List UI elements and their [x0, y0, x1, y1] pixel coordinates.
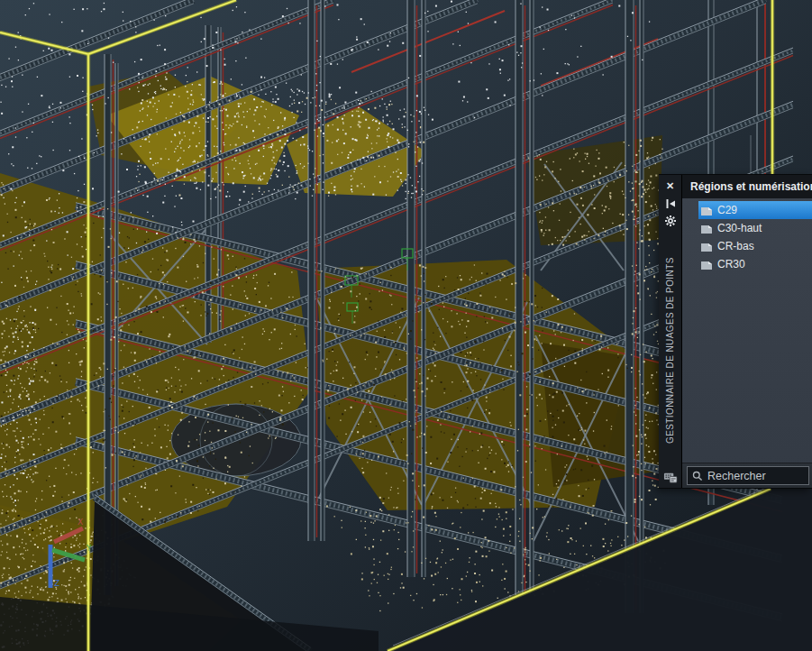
region-item-cr30[interactable]: CR30	[698, 255, 812, 273]
ucs-y-label: Y	[86, 544, 92, 553]
search-placeholder: Rechercher	[707, 470, 766, 482]
search-input[interactable]: Rechercher	[687, 466, 809, 485]
region-list: C29 C30-haut CR-bas	[682, 198, 812, 463]
scan-region-icon	[700, 241, 713, 252]
region-item-label: CR-bas	[717, 240, 754, 252]
scan-region-icon	[700, 205, 713, 216]
panel-header: Régions et numérisations	[682, 175, 812, 198]
ucs-x-label: X	[78, 518, 83, 527]
point-cloud-manager-panel: ✕ GESTIONNAIRE DE NUAGES DE POINTS	[659, 174, 812, 489]
region-item-label: C30-haut	[717, 222, 762, 234]
ucs-z-label: Z	[54, 579, 59, 588]
panel-titlebar: ✕ GESTIONNAIRE DE NUAGES DE POINTS	[659, 175, 682, 488]
scan-region-icon	[700, 259, 713, 270]
panel-body: Régions et numérisations C29	[682, 175, 812, 488]
region-item-cr-bas[interactable]: CR-bas	[698, 237, 812, 255]
panel-title-vertical: GESTIONNAIRE DE NUAGES DE POINTS	[665, 235, 675, 466]
region-item-label: C29	[717, 204, 737, 216]
region-item-c29[interactable]: C29	[698, 201, 812, 219]
properties-gear-icon[interactable]	[663, 214, 678, 227]
display-options-icon[interactable]	[663, 471, 678, 484]
scan-region-icon	[700, 223, 713, 234]
search-bar: Rechercher	[682, 463, 812, 488]
region-item-label: CR30	[717, 258, 745, 270]
close-icon[interactable]: ✕	[663, 179, 678, 193]
panel-header-label: Régions et numérisations	[690, 180, 812, 193]
auto-hide-pin-icon[interactable]	[663, 197, 678, 210]
region-item-c30-haut[interactable]: C30-haut	[698, 219, 812, 237]
search-icon	[692, 471, 703, 481]
